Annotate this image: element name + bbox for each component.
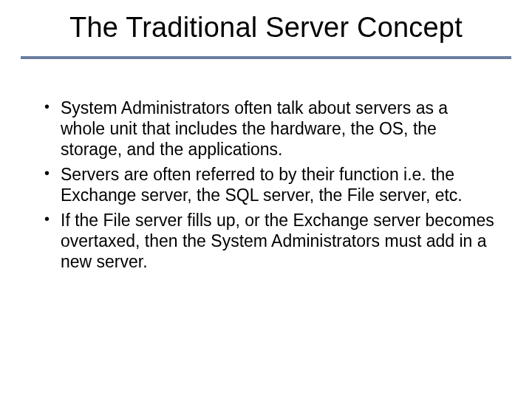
slide: The Traditional Server Concept System Ad… [0,0,532,399]
list-item: Servers are often referred to by their f… [40,164,497,205]
slide-body: System Administrators often talk about s… [40,98,497,276]
list-item: System Administrators often talk about s… [40,98,497,160]
slide-title: The Traditional Server Concept [0,12,532,44]
list-item: If the File server fills up, or the Exch… [40,210,497,272]
title-divider [21,56,511,59]
bullet-list: System Administrators often talk about s… [40,98,497,272]
